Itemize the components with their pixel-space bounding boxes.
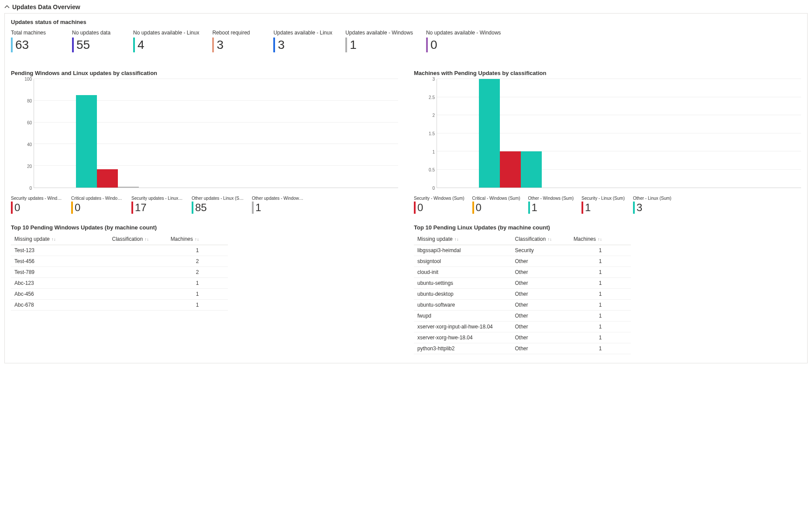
ytick: 0 xyxy=(29,186,32,191)
column-header[interactable]: Classification↑↓ xyxy=(512,233,570,245)
legend-item[interactable]: Other updates - Windows... 1 xyxy=(252,196,304,214)
legend-item[interactable]: Critical updates - Window... 0 xyxy=(71,196,124,214)
legend-label: Critical - Windows (Sum) xyxy=(472,196,520,201)
cell-classification xyxy=(109,267,167,278)
chart-bar[interactable] xyxy=(479,79,500,188)
ytick: 20 xyxy=(27,164,32,169)
table-row[interactable]: ubuntu-settings Other 1 xyxy=(414,278,631,289)
cell-classification xyxy=(109,278,167,289)
ytick: 0.5 xyxy=(429,168,435,172)
legend-item[interactable]: Security updates - Windo... 0 xyxy=(11,196,63,214)
table-row[interactable]: Abc-123 1 xyxy=(11,278,228,289)
column-header[interactable]: Missing update↑↓ xyxy=(414,233,512,245)
stat-tile[interactable]: No updates available - Windows 0 xyxy=(426,30,501,52)
legend-item[interactable]: Security updates - Linux (... 17 xyxy=(131,196,184,214)
chevron-up-icon xyxy=(4,4,10,10)
chart-bar[interactable] xyxy=(76,79,97,188)
cell-classification: Other xyxy=(512,300,570,311)
table-row[interactable]: cloud-init Other 1 xyxy=(414,267,631,278)
legend-item[interactable]: Other updates - Linux (Sum) 85 xyxy=(192,196,244,214)
table-row[interactable]: libgssapi3-heimdal Security 1 xyxy=(414,245,631,256)
table-row[interactable]: xserver-xorg-input-all-hwe-18.04 Other 1 xyxy=(414,321,631,332)
section-toggle[interactable]: Updates Data Overview xyxy=(4,0,808,13)
sort-icon: ↑↓ xyxy=(454,237,459,242)
stat-tile[interactable]: Updates available - Windows 1 xyxy=(345,30,413,52)
legend-label: Security updates - Windo... xyxy=(11,196,63,201)
table-windows[interactable]: Missing update↑↓Classification↑↓Machines… xyxy=(11,233,228,311)
legend-item[interactable]: Other - Linux (Sum) 3 xyxy=(633,196,677,214)
column-header[interactable]: Classification↑↓ xyxy=(109,233,167,245)
stat-tile[interactable]: No updates data 55 xyxy=(72,30,120,52)
cell-update: ubuntu-settings xyxy=(414,278,512,289)
legend-value: 0 xyxy=(417,202,423,214)
cell-machines: 1 xyxy=(570,321,631,332)
cell-update: xserver-xorg-hwe-18.04 xyxy=(414,332,512,343)
legend-item[interactable]: Security - Windows (Sum) 0 xyxy=(414,196,464,214)
cell-update: sbsigntool xyxy=(414,256,512,267)
chart-bar[interactable] xyxy=(500,79,521,188)
cell-machines: 2 xyxy=(167,267,228,278)
chart-bar[interactable] xyxy=(97,79,118,188)
sort-icon: ↑↓ xyxy=(547,237,552,242)
legend-label: Other updates - Linux (Sum) xyxy=(192,196,244,201)
table-row[interactable]: ubuntu-desktop Other 1 xyxy=(414,289,631,300)
stat-value: 3 xyxy=(278,39,285,51)
column-header[interactable]: Machines↑↓ xyxy=(167,233,228,245)
legend-color-bar xyxy=(414,202,416,214)
legend-value: 85 xyxy=(195,202,207,214)
stat-tile[interactable]: Reboot required 3 xyxy=(212,30,260,52)
legend-item[interactable]: Critical - Windows (Sum) 0 xyxy=(472,196,520,214)
column-header[interactable]: Missing update↑↓ xyxy=(11,233,109,245)
chart-bar[interactable] xyxy=(458,79,479,188)
table-row[interactable]: xserver-xorg-hwe-18.04 Other 1 xyxy=(414,332,631,343)
cell-machines: 1 xyxy=(570,343,631,354)
legend-item[interactable]: Other - Windows (Sum) 1 xyxy=(528,196,574,214)
ytick: 60 xyxy=(27,120,32,125)
legend-item[interactable]: Security - Linux (Sum) 1 xyxy=(581,196,625,214)
sort-icon: ↑↓ xyxy=(52,237,56,242)
cell-update: Test-789 xyxy=(11,267,109,278)
chart-bar[interactable] xyxy=(55,79,76,188)
column-header[interactable]: Machines↑↓ xyxy=(570,233,631,245)
chart-bar[interactable] xyxy=(34,79,55,188)
table-linux[interactable]: Missing update↑↓Classification↑↓Machines… xyxy=(414,233,631,354)
stat-tile[interactable]: No updates available - Linux 4 xyxy=(133,30,199,52)
stat-color-bar xyxy=(345,38,347,52)
chart-bar[interactable] xyxy=(521,79,542,188)
table-row[interactable]: fwupd Other 1 xyxy=(414,311,631,321)
status-title: Updates status of machines xyxy=(11,19,801,25)
chart-right[interactable]: 00.511.522.53 xyxy=(414,79,801,188)
status-row: Total machines 63No updates data 55No up… xyxy=(11,30,801,52)
legend-value: 1 xyxy=(585,202,591,214)
cell-update: Abc-456 xyxy=(11,289,109,300)
legend-value: 17 xyxy=(135,202,147,214)
cell-update: xserver-xorg-input-all-hwe-18.04 xyxy=(414,321,512,332)
stat-label: Total machines xyxy=(11,30,59,36)
table-row[interactable]: python3-httplib2 Other 1 xyxy=(414,343,631,354)
table-row[interactable]: Abc-456 1 xyxy=(11,289,228,300)
chart-bar[interactable] xyxy=(118,79,139,188)
table-row[interactable]: sbsigntool Other 1 xyxy=(414,256,631,267)
stat-value: 0 xyxy=(430,39,437,51)
legend-label: Security - Windows (Sum) xyxy=(414,196,464,201)
table-row[interactable]: Test-123 1 xyxy=(11,245,228,256)
ytick: 1.5 xyxy=(429,131,435,136)
legend-value: 3 xyxy=(637,202,642,214)
cell-classification: Other xyxy=(512,278,570,289)
cell-classification xyxy=(109,289,167,300)
table-row[interactable]: Test-789 2 xyxy=(11,267,228,278)
table-row[interactable]: ubuntu-software Other 1 xyxy=(414,300,631,311)
table-row[interactable]: Abc-678 1 xyxy=(11,300,228,311)
legend-right: Security - Windows (Sum) 0Critical - Win… xyxy=(414,196,801,214)
stat-label: Updates available - Linux xyxy=(273,30,332,36)
chart-left[interactable]: 020406080100 xyxy=(11,79,398,188)
legend-label: Security updates - Linux (... xyxy=(131,196,184,201)
chart-bar[interactable] xyxy=(437,79,458,188)
overview-card: Updates status of machines Total machine… xyxy=(4,13,808,363)
cell-classification: Other xyxy=(512,256,570,267)
stat-value: 4 xyxy=(138,39,145,51)
stat-tile[interactable]: Total machines 63 xyxy=(11,30,59,52)
cell-classification: Other xyxy=(512,289,570,300)
stat-tile[interactable]: Updates available - Linux 3 xyxy=(273,30,332,52)
table-row[interactable]: Test-456 2 xyxy=(11,256,228,267)
